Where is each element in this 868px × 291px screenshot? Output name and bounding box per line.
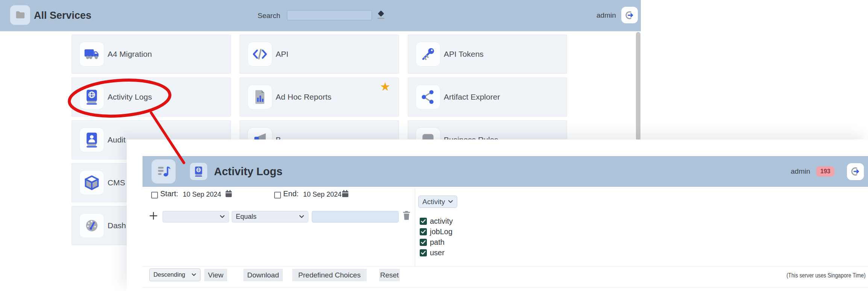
- service-tile-label: Dash: [108, 206, 126, 245]
- panel-divider: [415, 188, 415, 266]
- column-option-activity: activity: [420, 216, 453, 226]
- page-title: All Services: [34, 10, 91, 21]
- favorite-star-icon[interactable]: ★: [380, 81, 390, 92]
- cube-icon: [79, 170, 104, 195]
- activity-logs-header: Activity Logs admin 193: [143, 156, 868, 187]
- add-condition-button[interactable]: [149, 211, 158, 220]
- sort-order-select[interactable]: Descending: [149, 268, 200, 281]
- column-label: activity: [430, 217, 453, 226]
- book-globe-icon: [79, 85, 104, 109]
- logout-button[interactable]: [847, 163, 864, 180]
- field-select[interactable]: [162, 211, 229, 223]
- column-option-user: user: [420, 247, 453, 258]
- column-checkbox-user[interactable]: [420, 249, 427, 256]
- username-label: admin: [791, 167, 810, 176]
- start-label: Start:: [160, 189, 178, 198]
- book-person-icon: [79, 127, 104, 152]
- service-tile-label: Ad Hoc Reports: [276, 78, 331, 116]
- column-label: path: [430, 238, 445, 247]
- notification-badge: 193: [816, 166, 835, 177]
- column-option-jobLog: jobLog: [420, 226, 453, 237]
- screen: All Services Search admin A4 MigrationAP…: [0, 0, 868, 291]
- end-date-value: 10 Sep 2024: [303, 191, 341, 199]
- column-group-select[interactable]: Activity: [418, 196, 457, 208]
- column-checkbox-activity[interactable]: [420, 218, 427, 225]
- logout-icon: [850, 166, 861, 177]
- server-timezone-note: (This server uses Singapore Time): [787, 272, 866, 279]
- chevron-down-icon: [448, 200, 453, 204]
- logs-app-logo-icon: [152, 159, 176, 183]
- condition-value-input[interactable]: [312, 211, 399, 223]
- operator-select[interactable]: Equals: [232, 211, 308, 223]
- end-date-checkbox[interactable]: [274, 192, 281, 199]
- end-calendar-icon[interactable]: [341, 189, 349, 198]
- divider-line: [143, 287, 868, 288]
- search-label: Search: [258, 12, 280, 20]
- gauge-icon: [79, 213, 104, 238]
- column-group-value: Activity: [422, 198, 445, 206]
- service-tile-ad-hoc-reports[interactable]: Ad Hoc Reports★: [240, 77, 399, 117]
- share-nodes-icon: [416, 85, 440, 109]
- truck-icon: [79, 42, 104, 67]
- chevron-down-icon: [220, 215, 225, 219]
- service-tile-label: API Tokens: [444, 35, 484, 73]
- operator-select-value: Equals: [236, 213, 256, 221]
- folder-icon: [10, 5, 30, 25]
- username-label: admin: [596, 11, 616, 20]
- column-checkbox-jobLog[interactable]: [420, 228, 427, 235]
- divider-line: [143, 266, 868, 267]
- service-tile-activity-logs[interactable]: Activity Logs: [71, 77, 231, 117]
- service-tile-a4-migration[interactable]: A4 Migration: [71, 35, 231, 74]
- service-tile-label: CMS: [108, 164, 125, 202]
- column-label: jobLog: [430, 227, 452, 236]
- column-label: user: [430, 249, 445, 257]
- predefined-choices-button[interactable]: Predefined Choices: [292, 269, 367, 281]
- service-tile-label: Activity Logs: [108, 78, 152, 116]
- service-tile-label: A4 Migration: [108, 35, 152, 73]
- start-date-value: 10 Sep 2024: [183, 191, 221, 199]
- reset-button[interactable]: Reset: [379, 269, 400, 281]
- clear-search-eraser-icon[interactable]: [375, 9, 387, 21]
- logout-button[interactable]: [621, 7, 638, 23]
- column-option-path: path: [420, 237, 453, 247]
- view-button[interactable]: View: [204, 269, 227, 281]
- service-tile-api[interactable]: API: [240, 35, 399, 74]
- column-checkbox-list: activityjobLogpathuser: [420, 216, 453, 258]
- window-title: Activity Logs: [214, 165, 282, 178]
- service-tile-api-tokens[interactable]: API Tokens: [408, 35, 567, 74]
- service-tile-artifact-explorer[interactable]: Artifact Explorer: [408, 77, 567, 117]
- report-icon: [247, 85, 272, 109]
- chevron-down-icon: [191, 273, 196, 277]
- delete-condition-trash-icon[interactable]: [402, 210, 411, 221]
- sort-order-value: Descending: [153, 271, 185, 278]
- activity-logs-icon: [190, 163, 207, 180]
- page-scrollbar[interactable]: [636, 32, 640, 141]
- logout-icon: [625, 10, 635, 20]
- chevron-down-icon: [299, 215, 304, 219]
- service-tile-label: Artifact Explorer: [444, 78, 500, 116]
- search-input[interactable]: [287, 10, 372, 20]
- all-services-header: All Services Search admin: [0, 0, 641, 31]
- activity-logs-window: Activity Logs admin 193 Start: 10 Sep 20…: [127, 139, 868, 291]
- key-icon: [416, 42, 440, 67]
- download-button[interactable]: Download: [243, 269, 283, 281]
- service-tile-label: API: [276, 35, 288, 73]
- start-calendar-icon[interactable]: [225, 189, 233, 198]
- start-date-checkbox[interactable]: [151, 192, 158, 199]
- column-checkbox-path[interactable]: [420, 239, 427, 246]
- code-icon: [247, 42, 272, 67]
- service-tile-label: Audit: [108, 121, 126, 159]
- end-label: End:: [283, 189, 299, 198]
